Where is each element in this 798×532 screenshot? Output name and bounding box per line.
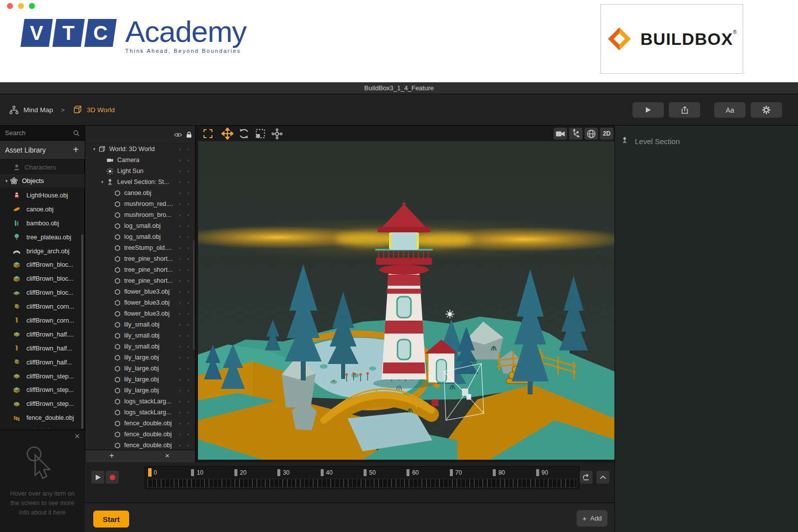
timeline-record-button[interactable]: [106, 471, 119, 484]
sidebar-category-objects[interactable]: ▾ Objects: [0, 174, 85, 187]
asset-item[interactable]: LightHouse.obj: [0, 188, 85, 202]
scene-tree-row[interactable]: canoe.obj: [85, 187, 195, 198]
caret-down-icon[interactable]: ▾: [98, 179, 106, 184]
scene-tree-row[interactable]: treeStump_old....: [85, 242, 195, 253]
row-options[interactable]: [179, 236, 189, 238]
scene-tree-scrollbar[interactable]: [193, 240, 195, 350]
visibility-eye-icon[interactable]: [174, 132, 182, 138]
asset-item[interactable]: cliffBrown_half....: [0, 328, 85, 342]
scene-tree-row[interactable]: lily_large.obj: [85, 385, 195, 396]
asset-item[interactable]: cliffBrown_step...: [0, 383, 85, 397]
ruler-marker[interactable]: [191, 469, 194, 476]
zoom-window-button[interactable]: [29, 3, 35, 9]
playhead-marker[interactable]: [148, 468, 152, 477]
asset-item[interactable]: cliffBrown_half...: [0, 342, 85, 355]
remove-node-button[interactable]: ×: [165, 451, 170, 460]
sidebar-scrollbar[interactable]: [81, 234, 83, 429]
scene-tree-row[interactable]: tree_pine_short...: [85, 275, 195, 286]
row-options[interactable]: [179, 225, 189, 227]
ruler-marker[interactable]: [493, 469, 496, 476]
ruler-marker[interactable]: [406, 469, 409, 476]
rotate-tool[interactable]: [238, 128, 250, 140]
lock-icon[interactable]: [186, 131, 192, 138]
asset-item[interactable]: cliffBrown_half...: [0, 355, 85, 369]
scale-tool[interactable]: [254, 128, 266, 140]
scene-tree-row[interactable]: flower_blue3.obj: [85, 308, 195, 319]
ruler-marker[interactable]: [277, 469, 280, 476]
scene-tree-row[interactable]: ▾World: 3D World: [85, 144, 195, 155]
ruler-marker[interactable]: [234, 469, 237, 476]
viewport-canvas[interactable]: [198, 141, 614, 460]
row-options[interactable]: [179, 390, 189, 391]
timeline-ruler[interactable]: 0102030405060708090: [145, 466, 580, 489]
asset-item[interactable]: cliffBrown_bloc...: [0, 272, 85, 286]
row-options[interactable]: [179, 357, 189, 358]
breadcrumb-mindmap[interactable]: Mind Map: [23, 106, 53, 114]
scene-tree-row[interactable]: fence_double.obj: [85, 440, 195, 450]
camera-view-button[interactable]: [554, 128, 567, 140]
globe-view-button[interactable]: [585, 128, 598, 140]
row-options[interactable]: [179, 368, 189, 369]
caret-down-icon[interactable]: ▾: [3, 178, 10, 183]
row-options[interactable]: [179, 269, 189, 271]
marquee-select-tool[interactable]: [202, 128, 214, 140]
scene-tree-row[interactable]: lily_large.obj: [85, 352, 195, 363]
orientation-gizmo-button[interactable]: [569, 128, 583, 140]
timeline-loop-button[interactable]: [580, 471, 593, 484]
settings-button[interactable]: [751, 102, 782, 118]
scene-tree-row[interactable]: lily_large.obj: [85, 374, 195, 385]
row-options[interactable]: [179, 445, 189, 446]
asset-item[interactable]: canoe.obj: [0, 202, 85, 216]
scene-tree-row[interactable]: logs_stackLarg...: [85, 407, 195, 418]
scene-tree-row[interactable]: mushroom_bro...: [85, 209, 195, 220]
preview-play-button[interactable]: [632, 102, 664, 118]
font-settings-button[interactable]: Aa: [714, 102, 746, 118]
row-options[interactable]: [179, 247, 189, 249]
scene-tree-row[interactable]: flower_blue3.obj: [85, 297, 195, 308]
scene-tree-row[interactable]: lily_small.obj: [85, 330, 195, 341]
joint-tool[interactable]: [271, 128, 283, 140]
start-button[interactable]: Start: [93, 511, 129, 528]
timeline-collapse-button[interactable]: [597, 471, 609, 484]
scene-tree-row[interactable]: flower_blue3.obj: [85, 286, 195, 297]
row-options[interactable]: [179, 181, 189, 183]
asset-item[interactable]: cliffBrown_step...: [0, 397, 85, 411]
add-node-button[interactable]: +: [109, 451, 114, 461]
row-options[interactable]: [179, 160, 189, 161]
asset-item[interactable]: bamboo.obj: [0, 216, 85, 230]
scene-tree-row[interactable]: log_small.obj: [85, 231, 195, 242]
row-options[interactable]: [179, 192, 189, 194]
row-options[interactable]: [179, 335, 189, 337]
row-options[interactable]: [179, 258, 189, 260]
add-asset-button[interactable]: +: [73, 144, 79, 156]
scene-tree-row[interactable]: Camera: [85, 155, 195, 166]
ruler-marker[interactable]: [364, 469, 367, 476]
close-window-button[interactable]: [7, 3, 13, 9]
scene-tree-row[interactable]: tree_pine_short...: [85, 264, 195, 275]
scene-tree-row[interactable]: fence_double.obj: [85, 429, 195, 440]
scene-tree-row[interactable]: log_small.obj: [85, 220, 195, 231]
ruler-marker[interactable]: [450, 469, 453, 476]
row-options[interactable]: [179, 203, 189, 205]
row-options[interactable]: [179, 412, 189, 413]
asset-item[interactable]: cliffBrown_corn...: [0, 314, 85, 328]
add-button[interactable]: + Add: [577, 510, 607, 527]
scene-tree-row[interactable]: lily_small.obj: [85, 341, 195, 352]
row-options[interactable]: [179, 302, 189, 304]
scene-tree-row[interactable]: fence_double.obj: [85, 418, 195, 429]
asset-item[interactable]: cliffBrown_corn...: [0, 300, 85, 314]
scene-tree-row[interactable]: lily_small.obj: [85, 319, 195, 330]
asset-item[interactable]: cliffBrown_bloc...: [0, 286, 85, 300]
export-button[interactable]: [669, 102, 700, 118]
asset-item[interactable]: cliffBrown_bloc...: [0, 258, 85, 272]
timeline-play-button[interactable]: [91, 471, 104, 484]
ruler-marker[interactable]: [536, 469, 539, 476]
scene-tree-row[interactable]: lily_large.obj: [85, 363, 195, 374]
row-options[interactable]: [179, 214, 189, 216]
row-options[interactable]: [179, 291, 189, 293]
breadcrumb-3d-world[interactable]: 3D World: [87, 106, 115, 114]
row-options[interactable]: [179, 401, 189, 402]
row-options[interactable]: [179, 346, 189, 348]
asset-item[interactable]: cliffBrown_step...: [0, 369, 85, 383]
scene-tree-row[interactable]: mushroom_red....: [85, 198, 195, 209]
